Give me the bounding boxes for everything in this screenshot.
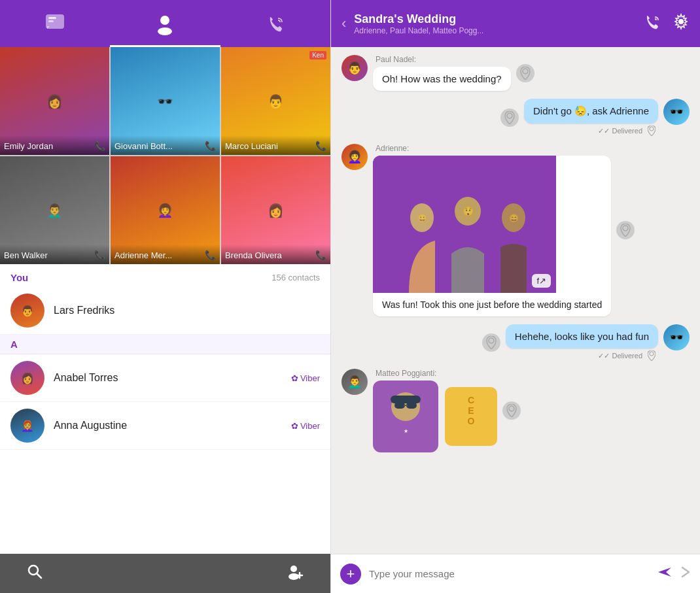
message-3: 👩‍🦱 Adrienne: [341,144,635,316]
location-pin-2[interactable] [500,109,519,127]
svg-point-8 [290,566,297,572]
chat-area: 👨 Paul Nadel: Oh! How was the wedding? 🕶… [331,47,700,554]
chat-bubble-4: Hehehe, looks like you had fun [506,324,658,348]
sender-name-paul: Paul Nadel: [373,55,511,64]
left-header [0,0,330,47]
tab-contacts[interactable] [110,0,220,47]
contact-name-ben: Ben Walker [4,250,48,260]
svg-rect-31 [406,402,417,409]
list-item-anabel[interactable]: 👩 Anabel Torres ✿ Viber [0,354,330,402]
contact-name-giovanni: Giovanni Bott... [114,141,173,151]
contact-thumb-ben[interactable]: 👨‍🦱 Ben Walker 📞 [0,156,109,264]
contacts-grid: 👩 Emily Jordan 📞 🕶️ Giovanni Bott... 📞 K… [0,47,330,264]
svg-text:😀: 😀 [417,213,427,223]
svg-rect-2 [48,20,54,22]
avatar-self-2: 🕶️ [663,324,690,350]
chat-image: 😀 😲 😄 f↗ [373,156,556,293]
sticker-1: ★ [373,381,438,452]
chat-input-area: + [331,554,700,593]
add-contact-icon[interactable] [286,562,304,585]
contact-thumb-adrienne[interactable]: 👩‍🦱 Adrienne Mer... 📞 [111,156,220,264]
call-icon-adrienne[interactable]: 📞 [205,250,216,260]
contact-name-marco: Marco Luciani [225,141,278,151]
contact-info-lars: Lars Fredriks [54,305,320,316]
contact-name-anna: Anna Augustine [54,420,291,432]
contact-thumb-marco[interactable]: Ken 👨 Marco Luciani 📞 [221,47,330,155]
chat-bubble-2: Didn't go 😓, ask Adrienne [524,99,658,124]
contacts-list: You 156 contacts 👨 Lars Fredriks A 👩 Ana… [0,264,330,554]
svg-point-24 [623,226,628,231]
svg-point-38 [509,406,514,411]
location-pin-5[interactable] [502,401,521,420]
contact-thumb-emily[interactable]: 👩 Emily Jordan 📞 [0,47,109,155]
call-icon-emily[interactable]: 📞 [94,141,105,151]
contact-name-lars: Lars Fredriks [54,305,320,316]
send-button[interactable] [657,565,673,583]
chat-subtitle: Adrienne, Paul Nadel, Matteo Pogg... [354,26,636,35]
tab-call[interactable] [220,0,330,47]
back-button[interactable]: ‹ [341,15,346,32]
contact-name-brenda: Brenda Olivera [225,250,282,260]
message-input[interactable] [369,568,649,579]
avatar-matteo: 👨‍🦱 [341,369,368,395]
svg-line-7 [37,573,41,578]
chat-header-info: Sandra's Wedding Adrienne, Paul Nadel, M… [354,12,636,35]
sticker-2: C E O [445,387,497,446]
svg-point-12 [678,19,684,24]
sender-name-adrienne: Adrienne: [373,144,611,153]
svg-point-9 [289,573,299,580]
search-icon[interactable] [26,563,43,584]
sender-name-matteo: Matteo Poggianti: [373,369,497,378]
contact-name-anabel: Anabel Torres [54,372,291,384]
svg-point-5 [158,27,172,35]
bubble-wrap-1: Paul Nadel: Oh! How was the wedding? [373,55,511,91]
message-text-2: Didn't go 😓, ask Adrienne [533,105,649,116]
contact-thumb-giovanni[interactable]: 🕶️ Giovanni Bott... 📞 [111,47,220,155]
avatar-self-1: 🕶️ [663,99,690,125]
bubble-wrap-3: Adrienne: [373,144,611,316]
svg-rect-1 [48,17,56,19]
svg-rect-30 [394,402,405,409]
viber-badge-anna: ✿ Viber [291,421,320,431]
header-actions [644,13,690,34]
call-icon-ben[interactable]: 📞 [94,250,105,260]
svg-point-15 [507,113,512,118]
section-you-label: You [10,272,28,283]
fb-share-badge[interactable]: f↗ [532,274,551,288]
right-header: ‹ Sandra's Wedding Adrienne, Paul Nadel,… [331,0,700,47]
list-item-anna[interactable]: 👩‍🦰 Anna Augustine ✿ Viber [0,402,330,450]
svg-rect-29 [391,396,421,403]
list-item-lars[interactable]: 👨 Lars Fredriks [0,287,330,335]
section-letter-a: A [0,335,330,354]
message-2: 🕶️ Didn't go 😓, ask Adrienne ✓✓ Delivere… [500,99,690,136]
svg-point-14 [650,127,654,131]
svg-point-4 [160,16,169,25]
svg-point-25 [650,352,654,356]
settings-button[interactable] [673,13,690,34]
location-pin-3[interactable] [616,221,635,239]
chat-image-bubble: 😀 😲 😄 f↗ Was fun! Took this one just bef… [373,156,611,316]
viber-badge-anabel: ✿ Viber [291,373,320,383]
call-icon-giovanni[interactable]: 📞 [205,141,216,151]
chat-bubble-1: Oh! How was the wedding? [373,67,511,91]
call-icon-brenda[interactable]: 📞 [315,250,326,260]
message-status-2: ✓✓ Delivered [595,126,658,136]
svg-point-26 [489,338,494,343]
left-footer [0,554,330,593]
svg-point-13 [523,69,528,74]
svg-text:E: E [468,405,474,416]
contact-thumb-brenda[interactable]: 👩 Brenda Olivera 📞 [221,156,330,264]
contact-info-anabel: Anabel Torres [54,372,291,384]
svg-rect-32 [404,405,408,406]
message-5: 👨‍🦱 Matteo Poggianti: ★ [341,369,521,452]
forward-button[interactable] [680,565,691,583]
svg-text:★: ★ [404,428,408,434]
right-panel: ‹ Sandra's Wedding Adrienne, Paul Nadel,… [330,0,700,593]
location-pin-1[interactable] [516,64,534,82]
plus-button[interactable]: + [340,564,361,585]
call-icon-marco[interactable]: 📞 [315,141,326,151]
call-button[interactable] [644,13,661,34]
tab-chats[interactable] [0,0,110,47]
message-1: 👨 Paul Nadel: Oh! How was the wedding? [341,55,534,91]
location-pin-4[interactable] [482,333,500,352]
